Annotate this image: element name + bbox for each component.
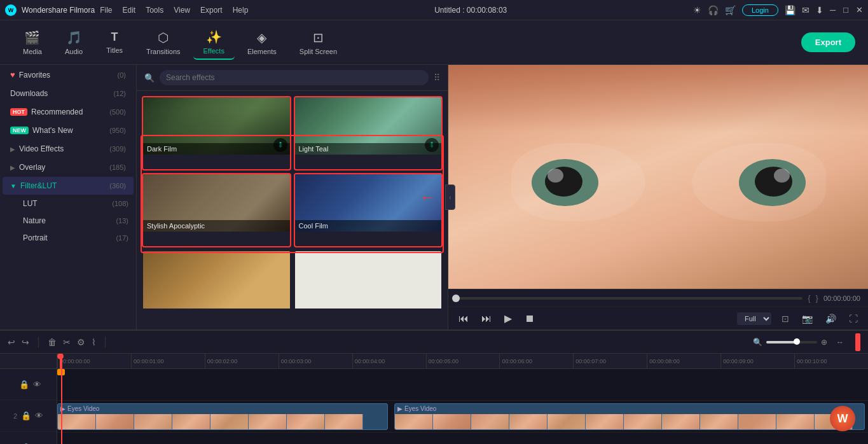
expand-icon[interactable]: ⛶ bbox=[849, 314, 858, 324]
downloads-label: Downloads bbox=[10, 89, 48, 98]
effects-icon: ✨ bbox=[206, 29, 222, 45]
stylish-apocalyptic-label: Stylish Apocalyptic bbox=[143, 220, 290, 232]
export-button[interactable]: Export bbox=[801, 32, 855, 52]
waveform-button[interactable]: ⌇ bbox=[92, 337, 96, 347]
sidebar-item-favorites[interactable]: ♥ Favorites (0) bbox=[3, 66, 134, 84]
sidebar-item-whats-new[interactable]: NEW What's New (950) bbox=[3, 121, 134, 139]
maximize-button[interactable]: □ bbox=[843, 5, 848, 15]
tool-split-screen[interactable]: ⊡ Split Screen bbox=[289, 26, 347, 59]
delete-button[interactable]: 🗑 bbox=[48, 337, 57, 347]
screenshot-icon[interactable]: 📷 bbox=[802, 314, 813, 324]
menu-export[interactable]: Export bbox=[200, 6, 223, 15]
sidebar-item-nature[interactable]: Nature (13) bbox=[18, 212, 134, 229]
waveform-row bbox=[57, 433, 868, 444]
preview-video bbox=[448, 65, 868, 289]
filter-lut-count: (360) bbox=[109, 182, 126, 190]
audio-settings-button[interactable]: ⚙ bbox=[77, 337, 85, 347]
step-back-button[interactable]: ⏭ bbox=[479, 312, 494, 326]
effect-card-extra2[interactable] bbox=[294, 250, 443, 324]
effect-card-stylish-apocalyptic[interactable]: Stylish Apocalyptic bbox=[142, 173, 291, 247]
preview-frame bbox=[448, 65, 868, 289]
toolbar-separator-2 bbox=[105, 336, 106, 348]
effect-card-cool-film[interactable]: Cool Film bbox=[294, 173, 443, 247]
effect-card-light-teal[interactable]: ⬇ Light Teal bbox=[294, 96, 443, 170]
bracket-left-icon: { bbox=[808, 293, 810, 303]
sidebar-item-portrait[interactable]: Portrait (17) bbox=[18, 230, 134, 246]
whats-new-label: What's New bbox=[32, 126, 73, 135]
save-icon[interactable]: 💾 bbox=[785, 5, 796, 15]
clip-label-2b: Eyes Video bbox=[404, 405, 436, 412]
track-num-2: 2 bbox=[13, 412, 17, 420]
redo-button[interactable]: ↪ bbox=[22, 337, 29, 347]
play-icon-clip-b: ▶ bbox=[397, 405, 403, 412]
ruler-marks: 00:00:00:00 00:00:01:00 00:00:02:00 00:0… bbox=[57, 354, 868, 369]
eye-icon-2[interactable]: 👁 bbox=[35, 411, 43, 420]
volume-icon[interactable]: 🔊 bbox=[825, 314, 836, 324]
tool-transitions-label: Transitions bbox=[146, 48, 180, 55]
tool-audio[interactable]: 🎵 Audio bbox=[55, 26, 93, 59]
cool-film-label: Cool Film bbox=[295, 220, 442, 232]
track-label-empty: 🔒 👁 bbox=[0, 369, 57, 401]
headphone-icon[interactable]: 🎧 bbox=[708, 5, 719, 15]
lock-icon-2[interactable]: 🔒 bbox=[21, 411, 31, 420]
recommended-label: Recommended bbox=[31, 108, 83, 116]
sidebar-item-recommended[interactable]: HOT Recommended (500) bbox=[3, 103, 134, 121]
sun-icon[interactable]: ☀ bbox=[693, 5, 701, 15]
fit-view-icon[interactable]: ⊡ bbox=[782, 314, 789, 324]
login-button[interactable]: Login bbox=[742, 4, 778, 16]
sidebar-item-lut[interactable]: LUT (108) bbox=[18, 195, 134, 212]
minimize-button[interactable]: ─ bbox=[830, 5, 836, 15]
zoom-in-icon[interactable]: ⊕ bbox=[821, 338, 827, 347]
progress-bar[interactable] bbox=[456, 297, 803, 300]
menu-file[interactable]: File bbox=[100, 6, 112, 15]
sidebar-item-filter-lut[interactable]: ▼ Filter&LUT (360) bbox=[3, 177, 134, 195]
zoom-out-icon[interactable]: 🔍 bbox=[753, 338, 762, 347]
zoom-slider[interactable] bbox=[766, 341, 817, 343]
video-clip-track2[interactable]: ▶ Eyes Video bbox=[57, 403, 388, 430]
fit-timeline-icon[interactable]: ↔ bbox=[836, 338, 844, 347]
download-icon[interactable]: ⬇ bbox=[816, 5, 823, 15]
close-button[interactable]: ✕ bbox=[856, 5, 863, 15]
lock-icon[interactable]: 🔒 bbox=[19, 380, 29, 389]
split-screen-icon: ⊡ bbox=[313, 30, 324, 45]
skip-back-button[interactable]: ⏮ bbox=[456, 312, 471, 326]
new-badge: NEW bbox=[10, 127, 29, 134]
mail-icon[interactable]: ✉ bbox=[802, 5, 809, 15]
collapse-panel-button[interactable]: ‹ bbox=[445, 184, 455, 210]
tool-effects[interactable]: ✨ Effects bbox=[193, 25, 235, 60]
play-button[interactable]: ▶ bbox=[502, 311, 514, 326]
menu-view[interactable]: View bbox=[174, 6, 190, 15]
sidebar-item-overlay[interactable]: ▶ Overlay (185) bbox=[3, 158, 134, 176]
grid-toggle-icon[interactable]: ⠿ bbox=[434, 73, 440, 83]
ruler-mark-0: 00:00:00:00 bbox=[57, 354, 131, 369]
sidebar-item-downloads[interactable]: Downloads (12) bbox=[3, 85, 134, 102]
menu-help[interactable]: Help bbox=[233, 6, 249, 15]
cut-button[interactable]: ✂ bbox=[63, 337, 71, 347]
effect-card-dark-film[interactable]: ⬇ Dark Film bbox=[142, 96, 291, 170]
stop-button[interactable]: ⏹ bbox=[522, 312, 537, 326]
clip-thumb-b-2 bbox=[433, 414, 471, 429]
tool-transitions[interactable]: ⬡ Transitions bbox=[136, 26, 190, 59]
tool-elements[interactable]: ◈ Elements bbox=[237, 26, 287, 59]
tool-media[interactable]: 🎬 Media bbox=[13, 26, 52, 59]
quality-select[interactable]: Full 1/2 1/4 bbox=[737, 312, 771, 325]
sidebar-item-video-effects[interactable]: ▶ Video Effects (309) bbox=[3, 140, 134, 158]
menu-tools[interactable]: Tools bbox=[146, 6, 163, 15]
tool-titles[interactable]: T Titles bbox=[95, 27, 134, 58]
extra2-thumb bbox=[295, 251, 442, 309]
cart-icon[interactable]: 🛒 bbox=[725, 5, 736, 15]
undo-button[interactable]: ↩ bbox=[8, 337, 15, 347]
preview-progress-row: { } 00:00:00:00 bbox=[448, 289, 868, 307]
video-clip-track2b[interactable]: ▶ Eyes Video bbox=[394, 403, 865, 430]
eye-icon[interactable]: 👁 bbox=[33, 380, 41, 389]
heart-icon: ♥ bbox=[10, 70, 15, 80]
search-input[interactable] bbox=[160, 70, 429, 85]
project-title: Untitled : 00:00:08:03 bbox=[434, 6, 507, 15]
app-name: Wondershare Filmora bbox=[22, 6, 95, 15]
effect-card-extra1[interactable] bbox=[142, 250, 291, 324]
video-effects-count: (309) bbox=[109, 145, 126, 153]
nature-label: Nature bbox=[23, 216, 46, 225]
menu-edit[interactable]: Edit bbox=[123, 6, 136, 15]
clip-thumbnails-2 bbox=[58, 414, 363, 429]
track-content: 00:00:00:00 00:00:01:00 00:00:02:00 00:0… bbox=[57, 354, 868, 444]
